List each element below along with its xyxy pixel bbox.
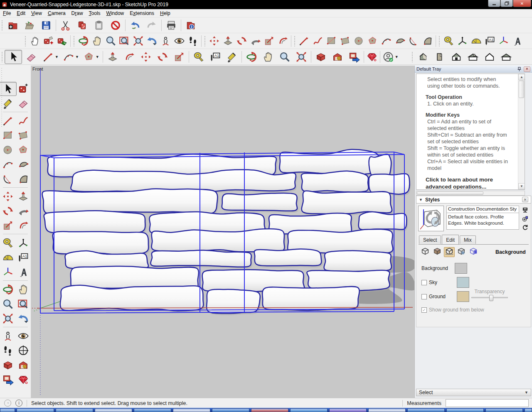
paint-button[interactable] [225, 51, 239, 63]
background-swatch[interactable] [455, 263, 467, 274]
open-button[interactable] [23, 20, 36, 31]
3d-text-button[interactable] [17, 266, 30, 278]
toolbar-drag-handle[interactable] [1, 52, 3, 62]
close-button[interactable]: ✕ [513, 0, 531, 7]
text-button[interactable]: A1 [209, 51, 222, 63]
tab-select[interactable]: Select [419, 235, 441, 244]
taskbar-button[interactable] [56, 408, 93, 412]
line-button[interactable] [298, 35, 310, 47]
scroll-down-icon[interactable]: ▼ [518, 183, 525, 189]
view-top-button[interactable] [433, 51, 446, 63]
axes-button[interactable] [1, 266, 15, 278]
ruby-button[interactable] [17, 373, 30, 386]
taskbar-button[interactable] [251, 408, 288, 412]
freehand-button[interactable] [17, 115, 30, 127]
walk-button[interactable] [1, 344, 15, 357]
rotate-button[interactable] [156, 51, 169, 63]
look-around-button[interactable] [17, 330, 30, 342]
line-button[interactable] [1, 115, 15, 127]
view-left-button[interactable] [500, 51, 513, 63]
toolbar-drag-handle[interactable] [1, 20, 3, 31]
protractor-button[interactable] [470, 35, 483, 47]
scroll-up-icon[interactable]: ▲ [518, 74, 525, 80]
sky-swatch[interactable] [457, 277, 469, 288]
taskbar-button[interactable] [407, 408, 445, 412]
watermark-settings-button[interactable] [456, 247, 467, 257]
look-around-button[interactable] [173, 35, 186, 47]
rotated-rectangle-button[interactable] [339, 35, 352, 47]
tape-measure-button[interactable] [192, 51, 205, 63]
rotate-button[interactable] [235, 35, 248, 47]
windows-taskbar[interactable] [0, 408, 532, 412]
sky-checkbox[interactable] [421, 280, 427, 285]
view-right-button[interactable] [466, 51, 480, 63]
paste-button[interactable] [93, 20, 105, 31]
view-front-button[interactable] [450, 51, 463, 63]
erase-button[interactable] [109, 20, 122, 31]
taskbar-button[interactable] [290, 408, 328, 412]
toolbar-drag-handle[interactable] [25, 36, 27, 47]
instructor-scrollbar[interactable]: ▲ ▼ [518, 74, 525, 189]
pie-button[interactable] [394, 35, 406, 47]
polygon-button[interactable]: ▼ [82, 51, 100, 63]
undo-button[interactable] [129, 20, 141, 31]
offset-button[interactable] [276, 35, 289, 47]
model-viewport[interactable]: Front [31, 66, 414, 398]
taskbar-button[interactable] [134, 408, 171, 412]
tape-measure-button[interactable] [442, 35, 455, 47]
pan-button[interactable] [261, 51, 275, 63]
view-back-button[interactable] [483, 51, 496, 63]
rotate-button[interactable] [1, 205, 15, 217]
scale-button[interactable] [1, 219, 15, 232]
ext-warehouse-button[interactable] [347, 51, 361, 63]
freehand-button[interactable] [311, 35, 324, 47]
minimize-button[interactable] [488, 0, 500, 7]
tray-close-button[interactable]: ✕ [524, 66, 530, 72]
pan-button[interactable] [17, 283, 30, 296]
background-settings-button[interactable] [444, 247, 455, 257]
pan-button[interactable] [91, 35, 103, 47]
rotated-rectangle-button[interactable] [17, 129, 30, 142]
taskbar-button[interactable] [525, 408, 532, 412]
secondary-pane-icon[interactable] [521, 206, 529, 213]
toolbar-drag-handle[interactable] [1, 67, 3, 128]
tab-mix[interactable]: Mix [460, 235, 476, 244]
ground-swatch[interactable] [457, 291, 469, 302]
taskbar-button[interactable] [329, 408, 367, 412]
polygon-button[interactable] [366, 35, 379, 47]
hscroll-thumb[interactable] [417, 191, 483, 195]
toolbar-drag-handle[interactable] [294, 36, 296, 47]
rectangle-button[interactable] [1, 129, 15, 142]
menu-edit[interactable]: Edit [14, 10, 28, 17]
menu-help[interactable]: Help [157, 10, 173, 17]
select-panel-collapsed[interactable]: Select ▼ [416, 389, 531, 396]
move-button[interactable] [208, 35, 221, 47]
instructor-more-link[interactable]: Click to learn about more advanced opera… [426, 176, 510, 190]
zoom-extents-button[interactable] [1, 312, 15, 325]
orbit-button[interactable] [245, 51, 258, 63]
toolbar-drag-handle[interactable] [204, 36, 206, 47]
style-thumbnail[interactable] [418, 206, 444, 231]
rectangle-button[interactable] [325, 35, 338, 47]
menu-tools[interactable]: Tools [86, 10, 103, 17]
eraser-button[interactable] [25, 51, 38, 63]
axes-black-button[interactable] [456, 35, 469, 47]
ruby-button[interactable] [365, 51, 379, 63]
pie2-button[interactable] [421, 35, 434, 47]
toolbar-drag-handle[interactable] [411, 52, 414, 62]
text-button[interactable]: A1 [17, 251, 30, 264]
modeling-settings-button[interactable] [468, 247, 479, 257]
zoom-window-button[interactable] [118, 35, 131, 47]
line-button[interactable]: ▼ [42, 51, 59, 63]
component-box-button[interactable] [314, 51, 328, 63]
select-button[interactable] [5, 50, 22, 64]
menu-window[interactable]: Window [103, 10, 127, 17]
copy-button[interactable] [76, 20, 89, 31]
make-component-button[interactable] [17, 83, 30, 95]
text-button[interactable]: A1 [483, 35, 496, 47]
tape-measure-button[interactable] [1, 237, 15, 249]
taskbar-button[interactable] [485, 408, 523, 412]
ground-checkbox[interactable] [421, 294, 427, 299]
face-settings-button[interactable] [432, 247, 443, 257]
save-button[interactable] [40, 20, 52, 31]
